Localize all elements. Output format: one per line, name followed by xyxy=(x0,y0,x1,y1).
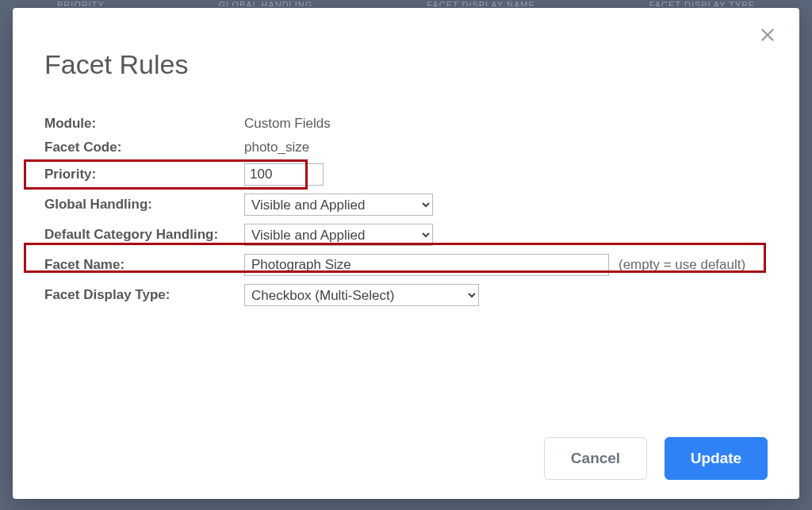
update-button[interactable]: Update xyxy=(665,437,768,480)
form-grid: Module: Custom Fields Facet Code: photo_… xyxy=(44,112,768,310)
cancel-button[interactable]: Cancel xyxy=(544,437,647,480)
global-handling-select[interactable]: Visible and Applied xyxy=(244,194,433,216)
modal-title: Facet Rules xyxy=(44,49,768,80)
bg-col-global: GLOBAL HANDLING xyxy=(219,0,313,6)
modal-footer: Cancel Update xyxy=(544,437,768,480)
facet-rules-modal: Facet Rules Module: Custom Fields Facet … xyxy=(13,8,799,499)
global-handling-label: Global Handling: xyxy=(44,193,244,217)
facet-code-value: photo_size xyxy=(244,140,309,155)
dialog-backdrop: PRIORITY GLOBAL HANDLING FACET DISPLAY N… xyxy=(0,0,812,510)
background-table-header: PRIORITY GLOBAL HANDLING FACET DISPLAY N… xyxy=(0,0,812,6)
bg-col-display-type: FACET DISPLAY TYPE xyxy=(649,0,755,6)
facet-display-type-select[interactable]: Checkbox (Multi-Select) xyxy=(244,284,479,306)
bg-col-display-name: FACET DISPLAY NAME xyxy=(427,0,535,6)
facet-name-label: Facet Name: xyxy=(44,253,244,277)
default-category-handling-select[interactable]: Visible and Applied xyxy=(244,224,433,246)
close-button[interactable] xyxy=(755,22,780,48)
priority-label: Priority: xyxy=(44,163,244,186)
facet-code-label: Facet Code: xyxy=(44,136,244,159)
default-category-handling-label: Default Category Handling: xyxy=(44,223,244,247)
module-value: Custom Fields xyxy=(244,116,331,132)
facet-display-type-label: Facet Display Type: xyxy=(44,283,244,307)
close-icon xyxy=(759,26,776,44)
priority-input[interactable] xyxy=(244,163,324,186)
facet-name-input[interactable] xyxy=(244,254,609,276)
bg-col-priority: PRIORITY xyxy=(57,0,105,6)
module-label: Module: xyxy=(44,112,244,136)
facet-name-hint: (empty = use default) xyxy=(619,257,745,273)
